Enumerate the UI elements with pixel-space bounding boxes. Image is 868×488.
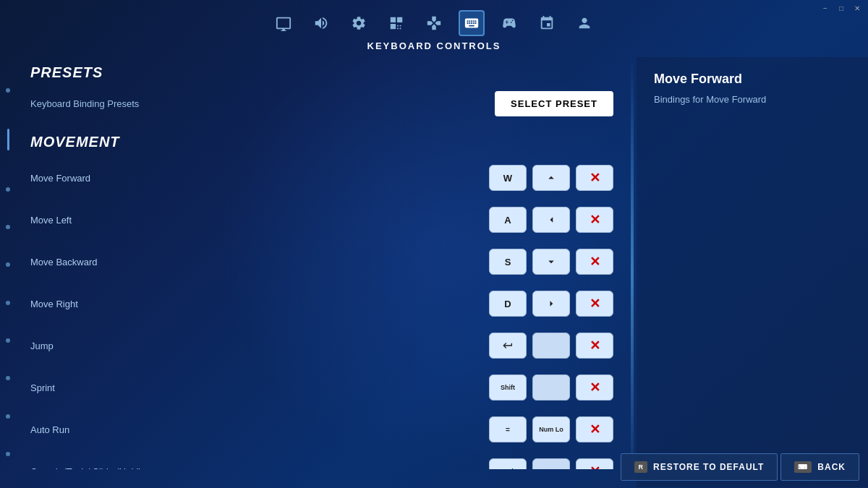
binding-row-move-forward: Move Forward W ✕ (30, 160, 613, 195)
back-btn-label: BACK (817, 462, 846, 472)
move-forward-key1[interactable]: W (489, 165, 527, 191)
move-right-keys: D ✕ (489, 291, 613, 317)
binding-row-move-left: Move Left A ✕ (30, 202, 613, 237)
auto-run-keys: = Num Lo ✕ (489, 416, 613, 442)
sidebar-dot-4 (6, 262, 10, 267)
back-button[interactable]: ⌨ BACK (780, 453, 859, 481)
jump-delete[interactable]: ✕ (576, 333, 613, 359)
move-backward-delete[interactable]: ✕ (576, 249, 613, 275)
sprint-label: Sprint (30, 382, 489, 393)
sidebar-dot-2 (6, 187, 10, 192)
back-key-icon: ⌨ (794, 461, 812, 473)
preset-row: Keyboard Binding Presets SELECT PRESET (30, 91, 613, 116)
move-right-key1[interactable]: D (489, 291, 527, 317)
gamepad2-nav-icon[interactable] (534, 10, 560, 36)
auto-run-key2[interactable]: Num Lo (532, 416, 570, 442)
sidebar-dot-5 (6, 301, 10, 305)
ui-icon[interactable] (383, 10, 409, 36)
binding-row-move-backward: Move Backward S ✕ (30, 244, 613, 279)
gamepad-icon[interactable] (421, 10, 447, 36)
sprint-key1[interactable]: Shift (489, 374, 527, 401)
auto-run-delete[interactable]: ✕ (576, 416, 613, 442)
sidebar-line (7, 129, 9, 150)
maximize-btn[interactable]: □ (836, 3, 846, 13)
controller-nav-icon[interactable] (496, 10, 522, 36)
binding-row-jump: Jump ✕ (30, 328, 613, 363)
settings-icon[interactable] (346, 10, 372, 36)
right-panel-title: Move Forward (654, 72, 851, 87)
sidebar-dot-1 (6, 88, 10, 93)
move-left-keys: A ✕ (489, 207, 613, 233)
movement-title: MOVEMENT (30, 134, 613, 150)
binding-row-crouch: Crouch (Tap) / Slide (Hold) Ctrl ✕ (30, 454, 613, 469)
move-right-label: Move Right (30, 299, 489, 309)
sidebar-dot-6 (6, 338, 10, 343)
sprint-keys: Shift ✕ (489, 374, 613, 401)
movement-section: MOVEMENT Move Forward W ✕ (30, 134, 613, 469)
crouch-keys: Ctrl ✕ (489, 458, 613, 469)
move-left-key2[interactable] (532, 207, 570, 233)
move-forward-delete[interactable]: ✕ (576, 165, 613, 191)
main-layout: PRESETS Keyboard Binding Presets SELECT … (0, 57, 868, 487)
restore-default-button[interactable]: R RESTORE TO DEFAULT (621, 453, 778, 481)
binding-row-auto-run: Auto Run = Num Lo ✕ (30, 412, 613, 447)
jump-keys: ✕ (489, 333, 613, 359)
move-left-label: Move Left (30, 215, 489, 226)
sprint-delete[interactable]: ✕ (576, 374, 613, 401)
move-forward-label: Move Forward (30, 173, 489, 184)
title-bar: − □ ✕ (814, 0, 868, 16)
select-preset-button[interactable]: SELECT PRESET (495, 91, 613, 116)
sidebar (0, 57, 16, 487)
move-forward-keys: W ✕ (489, 165, 613, 191)
sidebar-dot-9 (6, 452, 10, 456)
move-backward-key2[interactable] (532, 249, 570, 275)
move-backward-keys: S ✕ (489, 249, 613, 275)
move-left-key1[interactable]: A (489, 207, 527, 233)
sprint-key2[interactable] (532, 374, 570, 401)
auto-run-label: Auto Run (30, 424, 489, 435)
jump-key1[interactable] (489, 333, 527, 359)
right-panel: Move Forward Bindings for Move Forward (637, 57, 868, 487)
page-title: KEYBOARD CONTROLS (0, 40, 868, 51)
auto-run-key1[interactable]: = (489, 416, 527, 442)
move-backward-key1[interactable]: S (489, 249, 527, 275)
keyboard-nav-icon[interactable] (459, 10, 485, 36)
content-area: PRESETS Keyboard Binding Presets SELECT … (16, 57, 628, 469)
restore-btn-label: RESTORE TO DEFAULT (653, 462, 764, 472)
move-backward-label: Move Backward (30, 257, 489, 267)
bottom-bar: R RESTORE TO DEFAULT ⌨ BACK (612, 446, 868, 488)
close-btn[interactable]: ✕ (852, 3, 862, 13)
preset-label: Keyboard Binding Presets (30, 98, 483, 109)
top-nav (0, 0, 868, 40)
sidebar-dot-8 (6, 414, 10, 419)
crouch-key2[interactable] (532, 458, 570, 469)
sidebar-dot-3 (6, 225, 10, 229)
restore-key-icon: R (634, 461, 647, 473)
divider (631, 57, 634, 487)
binding-row-sprint: Sprint Shift ✕ (30, 370, 613, 405)
move-left-delete[interactable]: ✕ (576, 207, 613, 233)
profile-nav-icon[interactable] (571, 10, 597, 36)
audio-icon[interactable] (308, 10, 334, 36)
presets-title: PRESETS (30, 64, 613, 81)
jump-label: Jump (30, 341, 489, 351)
crouch-delete[interactable]: ✕ (576, 458, 613, 469)
crouch-key1[interactable]: Ctrl (489, 458, 527, 469)
binding-row-move-right: Move Right D ✕ (30, 286, 613, 321)
minimize-btn[interactable]: − (820, 3, 830, 13)
move-right-key2[interactable] (532, 291, 570, 317)
right-panel-subtitle: Bindings for Move Forward (654, 94, 851, 105)
display-icon[interactable] (271, 10, 297, 36)
jump-key2[interactable] (532, 333, 570, 359)
sidebar-dot-7 (6, 376, 10, 380)
presets-section: PRESETS Keyboard Binding Presets SELECT … (30, 64, 613, 116)
move-right-delete[interactable]: ✕ (576, 291, 613, 317)
move-forward-key2[interactable] (532, 165, 570, 191)
crouch-label: Crouch (Tap) / Slide (Hold) (30, 466, 489, 470)
